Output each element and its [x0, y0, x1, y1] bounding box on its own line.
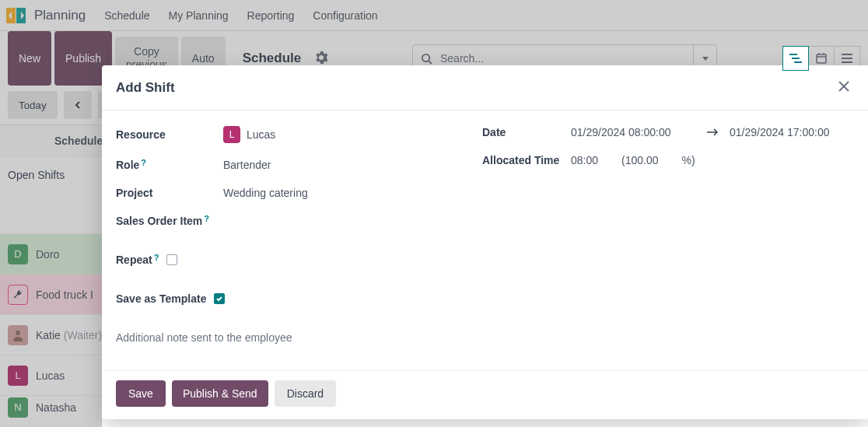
modal-header: Add Shift: [102, 65, 868, 110]
check-icon: [215, 295, 223, 303]
discard-button[interactable]: Discard: [275, 380, 336, 407]
close-icon: [837, 79, 851, 93]
resource-name-value: Lucas: [247, 128, 275, 141]
repeat-field: Repeat?: [116, 254, 482, 266]
date-end-value[interactable]: 01/29/2024 17:00:00: [730, 126, 854, 138]
sales-order-item-label: Sales Order Item?: [116, 215, 209, 227]
repeat-label: Repeat?: [116, 254, 159, 266]
modal-footer: Save Publish & Send Discard: [102, 370, 868, 419]
project-value[interactable]: Wedding catering: [223, 187, 308, 199]
arrow-right-icon: [706, 126, 719, 138]
save-template-label: Save as Template: [116, 292, 206, 305]
sales-order-item-field: Sales Order Item?: [116, 215, 482, 227]
svg-rect-8: [792, 58, 800, 59]
modal-body: Resource L Lucas Role? Bartender Project…: [102, 110, 868, 370]
form-right-column: Date 01/29/2024 08:00:00 01/29/2024 17:0…: [482, 126, 854, 362]
gantt-icon: [789, 53, 802, 64]
svg-rect-9: [794, 61, 802, 63]
project-label: Project: [116, 187, 223, 199]
resource-value[interactable]: L Lucas: [223, 126, 275, 143]
date-field: Date 01/29/2024 08:00:00 01/29/2024 17:0…: [482, 126, 854, 138]
allocated-time-value[interactable]: 08:00 (100.00 %): [571, 154, 695, 166]
project-field: Project Wedding catering: [116, 187, 482, 199]
alloc-hours: 08:00: [571, 154, 598, 166]
role-field: Role? Bartender: [116, 159, 482, 171]
repeat-checkbox[interactable]: [166, 254, 177, 265]
help-icon[interactable]: ?: [141, 158, 146, 167]
resource-label: Resource: [116, 128, 223, 141]
role-value[interactable]: Bartender: [223, 159, 271, 171]
alloc-percent-suffix: %): [682, 154, 695, 166]
svg-rect-7: [789, 54, 797, 55]
date-label: Date: [482, 126, 571, 138]
alloc-percent: (100.00: [621, 154, 658, 166]
allocated-time-label: Allocated Time: [482, 154, 571, 166]
save-template-checkbox[interactable]: [214, 293, 225, 304]
allocated-time-field: Allocated Time 08:00 (100.00 %): [482, 154, 854, 166]
help-icon[interactable]: ?: [154, 253, 159, 262]
publish-send-button[interactable]: Publish & Send: [172, 380, 268, 407]
resource-avatar: L: [223, 126, 240, 143]
add-shift-modal: Add Shift Resource L Lucas Role?: [102, 65, 868, 419]
save-template-field: Save as Template: [116, 292, 482, 305]
note-placeholder[interactable]: Additional note sent to the employee: [116, 331, 482, 344]
view-gantt-button[interactable]: [782, 46, 809, 71]
close-button[interactable]: [834, 76, 854, 99]
help-icon[interactable]: ?: [204, 214, 209, 223]
resource-field: Resource L Lucas: [116, 126, 482, 143]
form-left-column: Resource L Lucas Role? Bartender Project…: [116, 126, 482, 362]
modal-title: Add Shift: [116, 80, 175, 96]
save-button[interactable]: Save: [116, 380, 166, 407]
role-label: Role?: [116, 159, 223, 171]
date-start-value[interactable]: 01/29/2024 08:00:00: [571, 126, 695, 138]
